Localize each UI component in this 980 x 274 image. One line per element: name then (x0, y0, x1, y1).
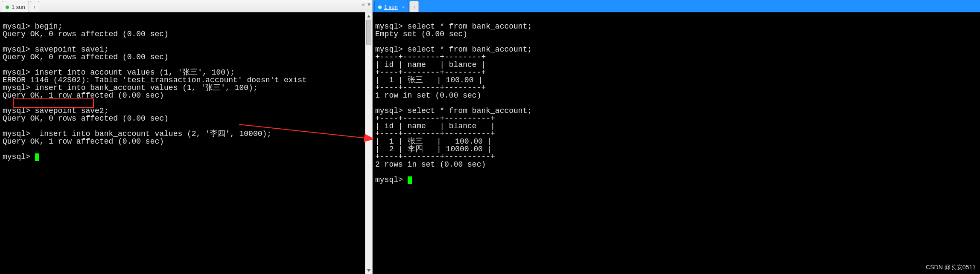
terminal-line: Empty set (0.00 sec) (375, 30, 467, 38)
terminal-line: mysql> begin; (3, 22, 62, 31)
terminal-line: +----+--------+----------+ (375, 153, 495, 161)
left-tab-1[interactable]: 1 sun (2, 1, 29, 12)
terminal-line: +----+--------+----------+ (375, 130, 495, 138)
plus-icon: + (412, 4, 416, 10)
cursor-icon (35, 153, 39, 161)
right-pane: 1 sun × + mysql> select * from bank_acco… (373, 0, 980, 274)
terminal-line: mysql> select * from bank_account; (375, 107, 532, 115)
left-dropdown-icon[interactable]: ▾ (368, 1, 370, 8)
terminal-line: +----+--------+--------+ (375, 68, 486, 77)
terminal-line: mysql> (375, 176, 408, 184)
left-pane: 1 sun + « ▾ mysql> begin; Query OK, 0 ro… (0, 0, 373, 274)
terminal-line: Query OK, 0 rows affected (0.00 sec) (3, 53, 169, 61)
terminal-line: mysql> select * from bank_account; (375, 22, 532, 31)
scrollbar-down-icon[interactable] (365, 267, 372, 274)
terminal-line: 2 rows in set (0.00 sec) (375, 160, 486, 169)
terminal-line: | 2 | 李四 | 10000.00 | (375, 145, 492, 153)
right-tab-label: 1 sun (384, 4, 398, 10)
status-led-icon (378, 6, 382, 9)
left-tab-label: 1 sun (12, 4, 25, 10)
terminal-line: mysql> savepoint save1; (3, 45, 108, 54)
terminal-line: mysql> (3, 153, 35, 161)
terminal-line: Query OK, 0 rows affected (0.00 sec) (3, 30, 169, 38)
cursor-icon (408, 176, 412, 184)
terminal-line: 1 row in set (0.00 sec) (375, 91, 481, 100)
left-menu-icon[interactable]: « (362, 1, 365, 8)
terminal-line: +----+--------+----------+ (375, 114, 495, 123)
terminal-line: +----+--------+--------+ (375, 53, 486, 61)
right-terminal[interactable]: mysql> select * from bank_account; Empty… (373, 12, 980, 274)
terminal-line: mysql> insert into account values (1, '张… (3, 68, 235, 77)
terminal-line: Query OK, 1 row affected (0.00 sec) (3, 137, 164, 146)
scrollbar-up-icon[interactable] (365, 12, 372, 20)
highlight-box (13, 98, 94, 108)
terminal-line: mysql> insert into bank_account values (… (3, 130, 271, 138)
left-tabbar: 1 sun + « ▾ (0, 0, 372, 12)
close-icon[interactable]: × (402, 5, 405, 10)
status-led-icon (6, 6, 9, 9)
terminal-line: mysql> select * from bank_account; (375, 45, 532, 54)
right-tabbar: 1 sun × + (373, 0, 980, 12)
left-new-tab-button[interactable]: + (30, 1, 39, 12)
left-terminal[interactable]: mysql> begin; Query OK, 0 rows affected … (0, 12, 372, 274)
plus-icon: + (33, 4, 36, 10)
terminal-line: | 1 | 张三 | 100.00 | (375, 137, 492, 146)
terminal-line: | 1 | 张三 | 100.00 | (375, 76, 483, 84)
terminal-line: +----+--------+--------+ (375, 84, 486, 92)
left-scrollbar[interactable] (365, 12, 372, 274)
right-new-tab-button[interactable]: + (409, 1, 419, 12)
terminal-line: | id | name | blance | (375, 122, 495, 130)
terminal-line: | id | name | blance | (375, 61, 486, 69)
right-tab-1[interactable]: 1 sun × (374, 1, 408, 12)
left-window-controls: « ▾ (362, 1, 370, 8)
scrollbar-thumb[interactable] (366, 20, 371, 45)
terminal-line: Query OK, 0 rows affected (0.00 sec) (3, 114, 169, 123)
terminal-line: mysql> savepoint save2; (3, 107, 108, 115)
terminal-line: mysql> insert into bank_account values (… (3, 84, 258, 92)
terminal-line: ERROR 1146 (42S02): Table 'test_transact… (3, 76, 307, 84)
